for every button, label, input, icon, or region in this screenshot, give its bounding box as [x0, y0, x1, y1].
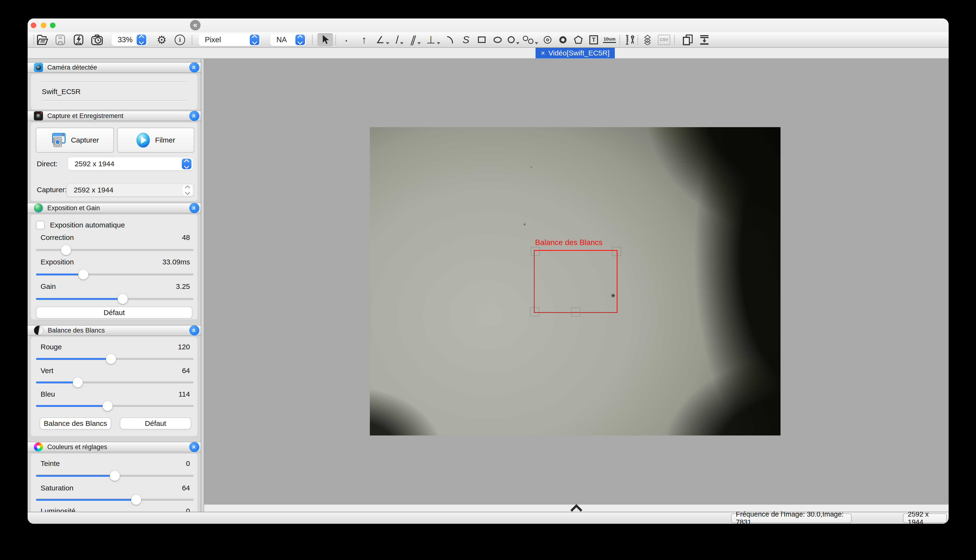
- slider-thumb[interactable]: [118, 294, 128, 304]
- curve-tool-button[interactable]: S: [460, 33, 472, 46]
- slider-thumb[interactable]: [78, 270, 89, 280]
- annulus-tool-button[interactable]: [557, 33, 569, 46]
- batch-save-button[interactable]: [72, 33, 85, 46]
- settings-button[interactable]: ⚙: [155, 33, 168, 46]
- slider-thumb[interactable]: [102, 401, 113, 411]
- select-tool-button[interactable]: [318, 33, 333, 46]
- ellipse-tool-button[interactable]: [491, 33, 504, 46]
- slider-row: Correction 48: [31, 233, 198, 242]
- section-header-colors[interactable]: Couleurs et réglages «: [28, 442, 201, 452]
- record-button[interactable]: Filmer: [117, 128, 194, 153]
- teinte-slider[interactable]: [36, 475, 194, 477]
- two-circles-tool-button[interactable]: [523, 33, 538, 46]
- open-file-button[interactable]: [37, 33, 49, 46]
- tab-strip: × Vidéo[Swift_EC5R]: [28, 48, 949, 58]
- slider-thumb[interactable]: [61, 245, 71, 255]
- csv-export-button[interactable]: CSV: [658, 33, 670, 46]
- circle-tool-button[interactable]: [508, 33, 520, 46]
- scalebar-tool-button[interactable]: 10um: [603, 33, 616, 46]
- arc-tool-button[interactable]: [444, 33, 456, 46]
- roi-handle[interactable]: [530, 307, 540, 317]
- white-balance-roi[interactable]: [534, 250, 617, 313]
- snap-resolution-select[interactable]: 2592 x 1944: [67, 183, 194, 197]
- close-tab-icon[interactable]: ×: [541, 49, 545, 57]
- chevron-down-icon: [437, 42, 440, 44]
- parallel-tool-button[interactable]: ∥: [410, 33, 422, 46]
- exposure-default-button[interactable]: Défaut: [36, 307, 192, 318]
- line-tool-button[interactable]: /: [394, 33, 406, 46]
- capture-button[interactable]: Capturer: [36, 128, 114, 153]
- live-label: Direct:: [37, 160, 58, 168]
- rouge-slider[interactable]: [36, 358, 194, 360]
- timed-capture-button[interactable]: [91, 33, 103, 46]
- slider-thumb[interactable]: [106, 354, 116, 364]
- perpendicular-tool-button[interactable]: ⊥: [426, 33, 440, 46]
- measurement-settings-button[interactable]: [624, 33, 636, 46]
- rectangle-tool-button[interactable]: [476, 33, 488, 46]
- unit-select[interactable]: Pixel: [199, 33, 261, 46]
- divider: [42, 101, 187, 101]
- collapse-sidebar-button[interactable]: «: [190, 20, 201, 30]
- zoom-value: 33%: [112, 35, 137, 44]
- slider-row: Gain 3.25: [31, 282, 198, 291]
- bleu-slider[interactable]: [36, 405, 194, 407]
- chevron-down-icon: [418, 42, 421, 44]
- slider-thumb[interactable]: [131, 495, 141, 505]
- save-button[interactable]: [54, 33, 66, 46]
- section-header-camera[interactable]: Caméra détectée «: [28, 62, 201, 73]
- copy-image-button[interactable]: [682, 33, 694, 46]
- vert-label: Vert: [40, 367, 53, 375]
- collapse-section-button[interactable]: «: [189, 203, 199, 213]
- text-tool-button[interactable]: T: [588, 33, 600, 46]
- arrow-tool-button[interactable]: ↑: [358, 33, 370, 46]
- slider-thumb[interactable]: [73, 377, 83, 387]
- concentric-circles-tool-button[interactable]: [541, 33, 553, 46]
- collapse-section-button[interactable]: «: [189, 111, 199, 121]
- info-button[interactable]: i: [174, 33, 186, 46]
- exposition-slider[interactable]: [36, 273, 194, 275]
- whitebalance-default-button[interactable]: Défaut: [120, 417, 191, 430]
- na-select[interactable]: NA: [270, 33, 306, 46]
- slider-row: Luminosité 0: [31, 507, 198, 512]
- roi-handle[interactable]: [612, 247, 621, 256]
- export-image-button[interactable]: [699, 33, 710, 46]
- gear-icon: ⚙: [157, 34, 166, 45]
- chevron-down-icon: [400, 42, 403, 44]
- collapse-section-button[interactable]: «: [189, 442, 199, 452]
- correction-slider[interactable]: [36, 249, 194, 251]
- auto-exposure-checkbox[interactable]: [36, 221, 45, 229]
- collapse-section-button[interactable]: «: [189, 325, 199, 335]
- vert-slider[interactable]: [36, 382, 194, 383]
- angle-tool-button[interactable]: ∠: [376, 33, 389, 46]
- tab-video[interactable]: × Vidéo[Swift_EC5R]: [536, 48, 615, 58]
- snap-resolution-value: 2592 x 1944: [67, 186, 183, 194]
- zoom-window-button[interactable]: [50, 23, 55, 28]
- minimize-window-button[interactable]: [41, 23, 46, 28]
- save-icon: [55, 34, 66, 46]
- zoom-select[interactable]: 33%: [112, 33, 147, 46]
- saturation-slider[interactable]: [36, 499, 194, 501]
- slider-thumb[interactable]: [110, 471, 120, 481]
- correction-label: Correction: [40, 233, 74, 242]
- camera-icon: [34, 111, 43, 120]
- live-resolution-select[interactable]: 2592 x 1944: [68, 157, 193, 170]
- gain-slider[interactable]: [36, 298, 194, 300]
- title-bar[interactable]: [28, 18, 949, 32]
- snap-label: Capturer:: [37, 186, 67, 194]
- roi-handle[interactable]: [531, 247, 540, 256]
- polygon-tool-button[interactable]: [572, 33, 584, 46]
- toolbar-separator: [674, 35, 675, 45]
- collapse-section-button[interactable]: «: [189, 62, 199, 72]
- section-header-capture[interactable]: Capture et Enregistrement «: [28, 111, 201, 121]
- section-header-exposure[interactable]: Exposition et Gain «: [28, 203, 201, 213]
- white-balance-button[interactable]: Balance des Blancs: [40, 417, 111, 430]
- frame-info-status: Fréquence de l'Image: 30.0,Image: 7831: [731, 513, 852, 523]
- close-window-button[interactable]: [31, 23, 36, 28]
- sidebar-scrollbar[interactable]: [201, 59, 204, 512]
- live-video-view[interactable]: Balance des Blancs: [370, 127, 780, 435]
- layers-button[interactable]: [642, 33, 653, 46]
- roi-handle[interactable]: [571, 307, 580, 317]
- section-header-whitebalance[interactable]: Balance des Blancs «: [28, 325, 201, 336]
- camera-list-item[interactable]: Swift_EC5R: [31, 83, 198, 101]
- point-tool-button[interactable]: ·: [340, 33, 352, 46]
